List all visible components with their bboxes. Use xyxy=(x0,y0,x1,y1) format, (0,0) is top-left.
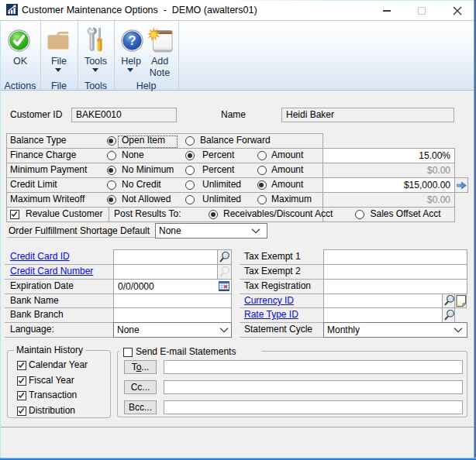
svg-text:?: ? xyxy=(128,33,136,47)
